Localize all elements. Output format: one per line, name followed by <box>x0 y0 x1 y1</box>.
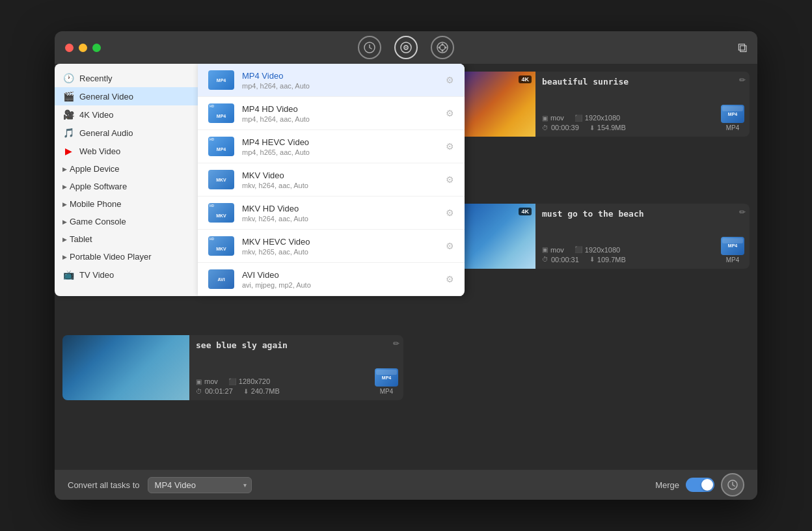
sidebar-item-recently[interactable]: 🕐 Recently <box>55 69 198 87</box>
sidebar-item-tv-video[interactable]: 📺 TV Video <box>55 266 198 284</box>
title-bar-nav <box>358 36 454 59</box>
sidebar-item-web-video[interactable]: ▶ Web Video <box>55 142 198 160</box>
film-icon: ▣ <box>196 378 202 385</box>
video-meta: ▣ mov ⬛ 1920x1080 ⏱ 00:00:31 <box>542 246 743 264</box>
sidebar-item-label: Portable Video Player <box>70 252 152 262</box>
sidebar-item-game-console[interactable]: ▶ Game Console <box>55 213 198 230</box>
format-label: MP4 <box>721 256 744 264</box>
toggle-knob <box>701 479 713 491</box>
duration-value: 00:01:27 <box>205 387 233 395</box>
gear-icon[interactable]: ⚙ <box>446 208 454 218</box>
expand-arrow-icon: ▶ <box>62 219 67 225</box>
video-title: must go to the beach <box>542 209 743 219</box>
format-name: MP4 Video <box>242 71 438 81</box>
video-card: ✏ see blue sly again ▣ mov ⬛ 1280x720 <box>62 335 403 400</box>
format-icon-mkv-hevc: HD MKV <box>208 236 234 256</box>
format-value: mov <box>204 377 218 385</box>
format-icon-mp4-hevc: HD MP4 <box>208 137 234 156</box>
format-icon-mp4: MP4 <box>208 70 234 90</box>
format-list: MP4 MP4 Video mp4, h264, aac, Auto ⚙ HD … <box>198 64 465 296</box>
merge-toggle[interactable] <box>686 478 714 492</box>
sidebar-item-tablet[interactable]: ▶ Tablet <box>55 230 198 248</box>
sidebar-item-apple-device[interactable]: ▶ Apple Device <box>55 160 198 178</box>
close-button[interactable] <box>65 44 74 52</box>
gear-icon[interactable]: ⚙ <box>446 141 454 152</box>
size-value: 154.9MB <box>597 124 626 131</box>
size-value: 109.7MB <box>597 256 626 264</box>
tv-icon: 📺 <box>62 269 74 280</box>
meta-format: ▣ mov <box>542 114 564 122</box>
edit-icon[interactable]: ✏ <box>739 75 746 85</box>
meta-row-2: ⏱ 00:01:27 ⬇ 240.7MB <box>196 387 397 395</box>
sidebar-item-label: Tablet <box>70 234 92 244</box>
maximize-button[interactable] <box>92 44 101 52</box>
format-tags: avi, mjpeg, mp2, Auto <box>242 281 438 289</box>
meta-resolution: ⬛ 1920x1080 <box>575 246 620 254</box>
format-item-mkv-hevc[interactable]: HD MKV MKV HEVC Video mkv, h265, aac, Au… <box>198 230 465 263</box>
format-badge[interactable]: MP4 MP4 <box>721 105 744 131</box>
edit-icon[interactable]: ✏ <box>739 208 746 217</box>
download-icon: ⬇ <box>589 256 595 263</box>
film-icon: ▣ <box>542 115 548 122</box>
svg-point-9 <box>445 47 447 49</box>
sidebar-item-label: Mobile Phone <box>70 199 122 209</box>
format-item-mp4-hevc[interactable]: HD MP4 MP4 HEVC Video mp4, h265, aac, Au… <box>198 130 465 163</box>
merge-label: Merge <box>655 480 679 490</box>
sidebar-item-label: Game Console <box>70 217 126 226</box>
format-item-avi[interactable]: AVI AVI Video avi, mjpeg, mp2, Auto ⚙ <box>198 263 465 296</box>
gear-icon[interactable]: ⚙ <box>446 75 454 85</box>
format-item-mp4[interactable]: MP4 MP4 Video mp4, h264, aac, Auto ⚙ <box>198 64 465 97</box>
format-item-mp4-hd[interactable]: HD MP4 MP4 HD Video mp4, h264, aac, Auto… <box>198 97 465 130</box>
format-item-info: MKV Video mkv, h264, aac, Auto <box>242 170 438 189</box>
app-window: ⧉ ✏ animal and nature ▣ mov <box>55 31 757 500</box>
format-item-info: MP4 HEVC Video mp4, h265, aac, Auto <box>242 137 438 156</box>
format-label: MP4 <box>721 124 744 131</box>
format-icon-mkv: MKV <box>208 170 234 189</box>
format-name: AVI Video <box>242 270 438 280</box>
format-badge[interactable]: MP4 MP4 <box>375 368 398 395</box>
format-dropdown-overlay: 🕐 Recently 🎬 General Video 🎥 4K Video 🎵 … <box>55 64 465 296</box>
title-bar-right: ⧉ <box>738 40 747 55</box>
format-value: mov <box>550 246 564 254</box>
layout-icon[interactable]: ⧉ <box>738 40 747 55</box>
resolution-value: 1280x720 <box>239 377 270 385</box>
edit-icon[interactable]: ✏ <box>393 339 399 348</box>
sidebar-item-general-audio[interactable]: 🎵 General Audio <box>55 124 198 142</box>
format-item-info: MP4 Video mp4, h264, aac, Auto <box>242 71 438 90</box>
expand-arrow-icon: ▶ <box>62 166 67 172</box>
sidebar-item-general-video[interactable]: 🎬 General Video <box>55 87 198 105</box>
gear-icon[interactable]: ⚙ <box>446 108 454 118</box>
format-select[interactable]: MP4 Video MP4 HD Video MP4 HEVC Video MK… <box>148 477 252 493</box>
4k-badge: 4K <box>519 208 532 215</box>
sidebar-item-apple-software[interactable]: ▶ Apple Software <box>55 178 198 195</box>
format-item-mkv[interactable]: MKV MKV Video mkv, h264, aac, Auto ⚙ <box>198 163 465 197</box>
media-icon[interactable] <box>394 36 418 59</box>
svg-point-5 <box>440 45 445 50</box>
convert-button[interactable] <box>721 473 744 497</box>
gear-icon[interactable]: ⚙ <box>446 174 454 185</box>
settings-icon[interactable] <box>431 36 454 59</box>
gear-icon[interactable]: ⚙ <box>446 241 454 251</box>
screen-icon: ⬛ <box>575 115 582 122</box>
meta-row-2: ⏱ 00:00:31 ⬇ 109.7MB <box>542 256 743 264</box>
screen-icon: ⬛ <box>228 378 236 385</box>
gear-icon[interactable]: ⚙ <box>446 274 454 284</box>
clock-icon: 🕐 <box>62 73 74 83</box>
format-icon-mp4-hd: HD MP4 <box>208 103 234 123</box>
film-icon: ▣ <box>542 246 548 253</box>
meta-resolution: ⬛ 1280x720 <box>228 377 270 385</box>
expand-arrow-icon: ▶ <box>62 236 67 243</box>
format-icon-avi: AVI <box>208 269 234 289</box>
format-badge[interactable]: MP4 MP4 <box>721 237 744 264</box>
convert-icon[interactable] <box>358 36 381 59</box>
video-info: ✏ see blue sly again ▣ mov ⬛ 1280x720 <box>189 335 403 400</box>
format-item-mkv-hd[interactable]: HD MKV MKV HD Video mkv, h264, aac, Auto… <box>198 197 465 230</box>
meta-format: ▣ mov <box>196 377 218 385</box>
minimize-button[interactable] <box>79 44 87 52</box>
sidebar-item-mobile-phone[interactable]: ▶ Mobile Phone <box>55 195 198 213</box>
video-thumbnail <box>62 335 189 400</box>
sidebar-item-label: Web Video <box>79 146 120 156</box>
svg-point-6 <box>442 44 444 46</box>
sidebar-item-portable-video[interactable]: ▶ Portable Video Player <box>55 248 198 266</box>
sidebar-item-4k-video[interactable]: 🎥 4K Video <box>55 105 198 124</box>
